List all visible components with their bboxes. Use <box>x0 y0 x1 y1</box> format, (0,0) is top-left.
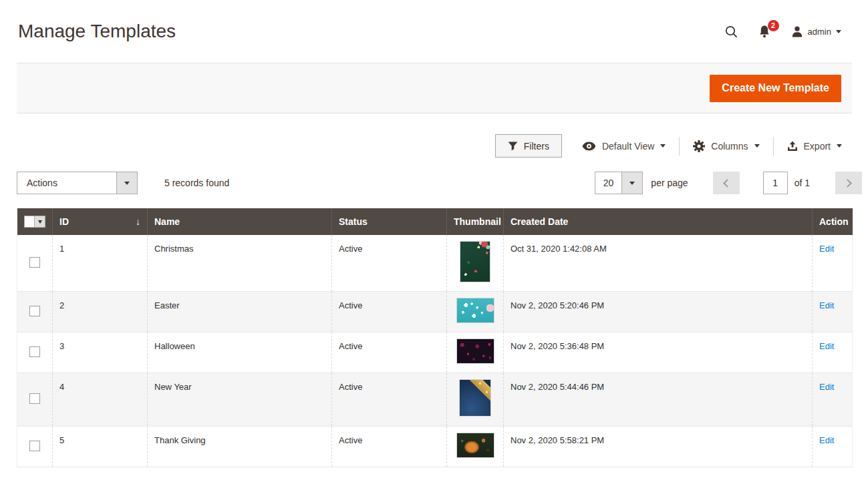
column-header-status[interactable]: Status <box>332 208 447 235</box>
export-dropdown[interactable]: Export <box>787 141 842 152</box>
user-icon <box>791 25 803 37</box>
columns-label: Columns <box>711 141 748 152</box>
table-row: 3 Halloween Active Nov 2, 2020 5:36:48 P… <box>17 332 853 373</box>
chevron-down-icon <box>836 30 841 33</box>
edit-link[interactable]: Edit <box>819 435 834 445</box>
row-checkbox[interactable] <box>29 306 40 316</box>
select-all-checkbox[interactable] <box>24 216 35 228</box>
actions-select[interactable]: Actions <box>17 172 138 194</box>
cell-name: Halloween <box>148 332 332 373</box>
per-page-label: per page <box>651 178 688 188</box>
cell-id: 3 <box>53 332 148 373</box>
cell-status: Active <box>332 292 447 332</box>
cell-status: Active <box>332 373 447 427</box>
row-checkbox[interactable] <box>29 257 40 268</box>
list-controls: Actions 5 records found 20 per page of 1 <box>17 172 862 194</box>
template-thumbnail <box>456 433 494 458</box>
chevron-down-icon <box>629 182 635 185</box>
cell-created-date: Nov 2, 2020 5:58:21 PM <box>504 427 813 467</box>
chevron-down-icon <box>660 144 666 148</box>
pagination: 20 per page of 1 <box>595 172 862 194</box>
edit-link[interactable]: Edit <box>819 341 834 351</box>
create-new-template-button[interactable]: Create New Template <box>710 75 841 102</box>
column-header-created-date[interactable]: Created Date <box>504 208 813 235</box>
cell-name: New Year <box>148 373 332 427</box>
edit-link[interactable]: Edit <box>819 300 834 310</box>
chevron-down-icon <box>754 144 760 148</box>
table-row: 2 Easter Active Nov 2, 2020 5:20:46 PM E… <box>17 292 853 332</box>
row-checkbox[interactable] <box>29 393 40 404</box>
template-thumbnail <box>459 379 491 417</box>
admin-username: admin <box>808 27 831 37</box>
select-all-header[interactable] <box>17 208 53 235</box>
cell-created-date: Oct 31, 2020 1:42:08 AM <box>504 235 813 292</box>
per-page-select-caret[interactable] <box>621 172 642 194</box>
row-checkbox[interactable] <box>29 441 40 451</box>
cell-id: 5 <box>53 427 148 467</box>
cell-created-date: Nov 2, 2020 5:36:48 PM <box>504 332 813 373</box>
current-page-input[interactable] <box>763 172 788 194</box>
cell-created-date: Nov 2, 2020 5:44:46 PM <box>504 373 813 427</box>
admin-user-menu[interactable]: admin <box>791 25 841 37</box>
template-thumbnail <box>456 338 494 364</box>
chevron-down-icon <box>124 182 130 185</box>
toolbar-divider <box>679 137 680 156</box>
export-label: Export <box>804 141 831 152</box>
cell-created-date: Nov 2, 2020 5:20:46 PM <box>504 292 813 332</box>
cell-name: Christmas <box>148 235 332 292</box>
cell-status: Active <box>332 427 447 467</box>
total-pages-label: of 1 <box>794 178 810 188</box>
templates-grid: ID ↓ Name Status Thumbnail Created Date … <box>17 208 853 467</box>
table-row: 1 Christmas Active Oct 31, 2020 1:42:08 … <box>17 235 853 292</box>
cell-name: Thank Giving <box>148 427 332 467</box>
search-button[interactable] <box>725 25 738 38</box>
export-icon <box>787 141 798 152</box>
per-page-select[interactable]: 20 <box>595 172 643 194</box>
sort-descending-icon: ↓ <box>136 216 140 227</box>
column-header-id[interactable]: ID ↓ <box>53 208 148 235</box>
chevron-right-icon <box>843 179 852 188</box>
chevron-down-icon <box>837 144 842 148</box>
select-all-dropdown[interactable] <box>35 216 45 228</box>
actions-select-caret[interactable] <box>116 172 137 194</box>
default-view-dropdown[interactable]: Default View <box>582 141 666 152</box>
filters-label: Filters <box>524 141 549 152</box>
next-page-button[interactable] <box>835 172 862 194</box>
page-actions-band: Create New Template <box>17 63 852 113</box>
id-header-label: ID <box>59 216 69 227</box>
row-checkbox[interactable] <box>29 346 40 357</box>
cell-id: 1 <box>53 235 148 292</box>
notifications-button[interactable]: 2 <box>758 25 771 39</box>
template-thumbnail <box>456 298 494 323</box>
toolbar-divider <box>773 137 774 156</box>
cell-name: Easter <box>148 292 332 332</box>
actions-select-value: Actions <box>17 172 116 194</box>
cell-status: Active <box>332 235 447 292</box>
page-header: Manage Templates 2 admin <box>0 0 868 43</box>
cell-id: 2 <box>53 292 148 332</box>
grid-toolbar: Filters Default View Columns Export <box>17 134 842 158</box>
per-page-value: 20 <box>595 172 622 194</box>
column-header-action: Action <box>813 208 853 235</box>
edit-link[interactable]: Edit <box>819 244 834 254</box>
edit-link[interactable]: Edit <box>819 382 834 392</box>
header-actions: 2 admin <box>725 25 841 39</box>
filter-funnel-icon <box>508 142 518 151</box>
notification-count-badge: 2 <box>768 20 779 31</box>
column-header-name[interactable]: Name <box>148 208 332 235</box>
page-title: Manage Templates <box>18 20 176 43</box>
records-found-text: 5 records found <box>164 178 229 188</box>
previous-page-button[interactable] <box>713 172 740 194</box>
column-header-thumbnail: Thumbnail <box>447 208 504 235</box>
chevron-left-icon <box>723 179 732 188</box>
template-thumbnail <box>460 241 490 282</box>
cell-status: Active <box>332 332 447 373</box>
filters-button[interactable]: Filters <box>495 134 562 158</box>
chevron-down-icon <box>38 220 42 224</box>
cell-id: 4 <box>53 373 148 427</box>
grid-header-row: ID ↓ Name Status Thumbnail Created Date … <box>17 208 853 235</box>
table-row: 5 Thank Giving Active Nov 2, 2020 5:58:2… <box>17 427 853 467</box>
eye-icon <box>582 142 596 151</box>
columns-dropdown[interactable]: Columns <box>693 140 759 152</box>
search-icon <box>725 25 738 38</box>
